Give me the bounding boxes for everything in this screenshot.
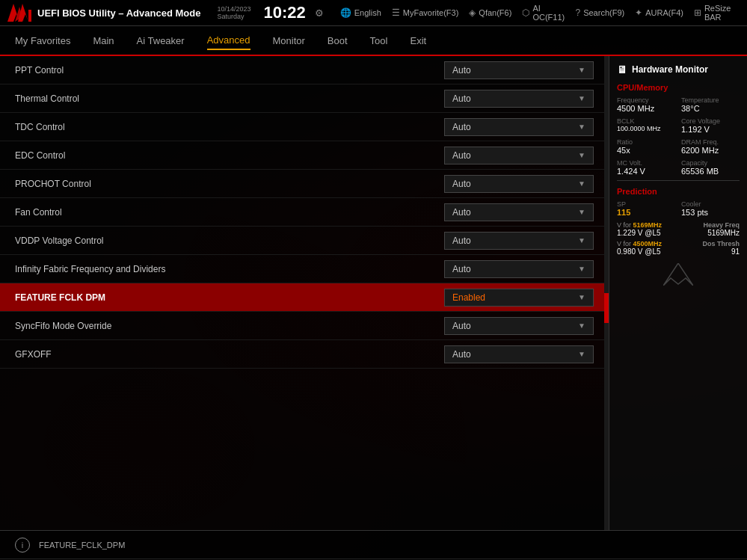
capacity-stat: Capacity 65536 MB: [681, 159, 740, 176]
dropdown-value-infinity-fabric: Auto: [452, 264, 471, 274]
dropdown-arrow-vddp-voltage: ▼: [578, 236, 585, 244]
info-text: FEATURE_FCLK_DPM: [39, 541, 125, 550]
header-myfavorite[interactable]: ☰ MyFavorite(F3): [392, 7, 459, 18]
dropdown-value-vddp-voltage: Auto: [452, 236, 471, 246]
globe-icon: 🌐: [340, 7, 351, 18]
setting-dropdown-vddp-voltage[interactable]: Auto▼: [444, 232, 594, 250]
info-bar: i FEATURE_FCLK_DPM: [0, 530, 747, 559]
mc-volt-stat: MC Volt. 1.424 V: [617, 159, 675, 176]
nav-boot[interactable]: Boot: [328, 32, 348, 49]
hardware-monitor-panel: 🖥 Hardware Monitor CPU/Memory Frequency …: [609, 56, 747, 530]
info-icon: i: [15, 538, 30, 553]
setting-row-vddp-voltage[interactable]: VDDP Voltage ControlAuto▼: [0, 227, 609, 255]
setting-row-gfxoff[interactable]: GFXOFFAuto▼: [0, 340, 609, 369]
dropdown-value-edc-control: Auto: [452, 150, 471, 161]
setting-dropdown-thermal-control[interactable]: Auto▼: [444, 90, 594, 108]
rog-logo-icon: [7, 4, 31, 22]
dropdown-value-thermal-control: Auto: [452, 93, 471, 104]
resize-label: ReSize BAR: [704, 4, 740, 22]
bclk-stat: BCLK 100.0000 MHz: [617, 117, 675, 134]
setting-dropdown-syncfifo[interactable]: Auto▼: [444, 317, 594, 335]
setting-label-syncfifo: SyncFifo Mode Override: [15, 321, 111, 331]
ratio-stat: Ratio 45x: [617, 138, 675, 155]
vfor-4500-row: V for 4500MHz Dos Thresh 0.980 V @L5 91: [617, 240, 740, 256]
nav-ai-tweaker[interactable]: Ai Tweaker: [137, 32, 185, 49]
arrow-decoration: [617, 263, 740, 289]
cpu-memory-section: CPU/Memory: [617, 83, 740, 92]
sp-stat: SP 115: [617, 200, 675, 217]
dropdown-value-syncfifo: Auto: [452, 321, 471, 331]
nav-bar: My Favorites Main Ai Tweaker Advanced Mo…: [0, 26, 747, 56]
nav-advanced[interactable]: Advanced: [207, 31, 250, 50]
vfor-5169-values: 1.229 V @L5 5169MHz: [617, 229, 740, 237]
header-aura[interactable]: ✦ AURA(F4): [635, 7, 683, 18]
scrollbar[interactable]: [604, 56, 609, 530]
dropdown-value-feature-fclk: Enabled: [452, 292, 485, 303]
setting-label-infinity-fabric: Infinity Fabric Frequency and Dividers: [15, 264, 165, 274]
heavy-freq-label: Heavy Freq: [703, 221, 740, 229]
ratio-dram-row: Ratio 45x DRAM Freq. 6200 MHz: [617, 138, 740, 155]
setting-row-infinity-fabric[interactable]: Infinity Fabric Frequency and DividersAu…: [0, 255, 609, 283]
divider-1: [617, 180, 740, 181]
clock-display: 10:22: [263, 4, 305, 21]
setting-dropdown-fan-control[interactable]: Auto▼: [444, 203, 594, 221]
svg-marker-4: [663, 263, 693, 286]
header-items: 🌐 English ☰ MyFavorite(F3) ◈ Qfan(F6) ⬡ …: [340, 4, 740, 22]
nav-main[interactable]: Main: [93, 32, 114, 49]
sp-cooler-row: SP 115 Cooler 153 pts: [617, 200, 740, 217]
setting-row-prochot-control[interactable]: PROCHOT ControlAuto▼: [0, 170, 609, 198]
setting-dropdown-gfxoff[interactable]: Auto▼: [444, 345, 594, 363]
setting-row-feature-fclk[interactable]: FEATURE FCLK DPMEnabled▼: [0, 283, 609, 312]
fan-icon: ◈: [469, 7, 476, 18]
datetime-area: 10/14/2023 Saturday: [217, 5, 250, 20]
header-english[interactable]: 🌐 English: [340, 7, 381, 18]
main-content: PPT ControlAuto▼Thermal ControlAuto▼TDC …: [0, 56, 747, 530]
resize-icon: ⊞: [694, 7, 701, 18]
dos-thresh-label: Dos Thresh: [702, 240, 740, 247]
dropdown-arrow-feature-fclk: ▼: [578, 293, 585, 301]
setting-label-edc-control: EDC Control: [15, 150, 65, 161]
vfor-4500-values: 0.980 V @L5 91: [617, 247, 740, 256]
setting-row-syncfifo[interactable]: SyncFifo Mode OverrideAuto▼: [0, 312, 609, 340]
dropdown-value-ppt-control: Auto: [452, 65, 471, 76]
scroll-thumb[interactable]: [604, 293, 609, 323]
dram-freq-stat: DRAM Freq. 6200 MHz: [681, 138, 740, 155]
setting-dropdown-tdc-control[interactable]: Auto▼: [444, 118, 594, 136]
dropdown-arrow-gfxoff: ▼: [578, 350, 585, 358]
setting-row-tdc-control[interactable]: TDC ControlAuto▼: [0, 113, 609, 141]
setting-dropdown-edc-control[interactable]: Auto▼: [444, 147, 594, 164]
setting-dropdown-prochot-control[interactable]: Auto▼: [444, 175, 594, 193]
cooler-stat: Cooler 153 pts: [681, 200, 740, 217]
nav-favorites[interactable]: My Favorites: [15, 32, 70, 49]
date-text: 10/14/2023: [217, 5, 250, 13]
dropdown-value-gfxoff: Auto: [452, 349, 471, 360]
settings-gear-icon[interactable]: ⚙: [315, 7, 324, 19]
hw-monitor-title: 🖥 Hardware Monitor: [617, 64, 740, 76]
bclk-corevoltage-row: BCLK 100.0000 MHz Core Voltage 1.192 V: [617, 117, 740, 134]
header-qfan[interactable]: ◈ Qfan(F6): [469, 7, 511, 18]
dropdown-value-tdc-control: Auto: [452, 122, 471, 132]
search-icon: ?: [575, 7, 580, 18]
dropdown-arrow-prochot-control: ▼: [578, 179, 585, 188]
english-label: English: [354, 8, 381, 17]
frequency-temp-row: Frequency 4500 MHz Temperature 38°C: [617, 96, 740, 113]
svg-rect-3: [28, 10, 31, 22]
nav-monitor[interactable]: Monitor: [273, 32, 305, 49]
header-resize[interactable]: ⊞ ReSize BAR: [694, 4, 740, 22]
header-aioc[interactable]: ⬡ AI OC(F11): [522, 4, 565, 22]
nav-exit[interactable]: Exit: [410, 32, 426, 49]
setting-label-ppt-control: PPT Control: [15, 65, 64, 76]
menu-icon: ☰: [392, 7, 400, 18]
aura-label: AURA(F4): [645, 8, 683, 17]
setting-row-ppt-control[interactable]: PPT ControlAuto▼: [0, 56, 609, 84]
setting-dropdown-infinity-fabric[interactable]: Auto▼: [444, 260, 594, 278]
setting-row-thermal-control[interactable]: Thermal ControlAuto▼: [0, 84, 609, 113]
core-voltage-stat: Core Voltage 1.192 V: [681, 117, 740, 134]
setting-dropdown-feature-fclk[interactable]: Enabled▼: [444, 289, 594, 307]
header-search[interactable]: ? Search(F9): [575, 7, 624, 18]
setting-row-fan-control[interactable]: Fan ControlAuto▼: [0, 198, 609, 227]
setting-dropdown-ppt-control[interactable]: Auto▼: [444, 61, 594, 79]
setting-row-edc-control[interactable]: EDC ControlAuto▼: [0, 141, 609, 170]
frequency-stat: Frequency 4500 MHz: [617, 96, 675, 113]
nav-tool[interactable]: Tool: [370, 32, 388, 49]
